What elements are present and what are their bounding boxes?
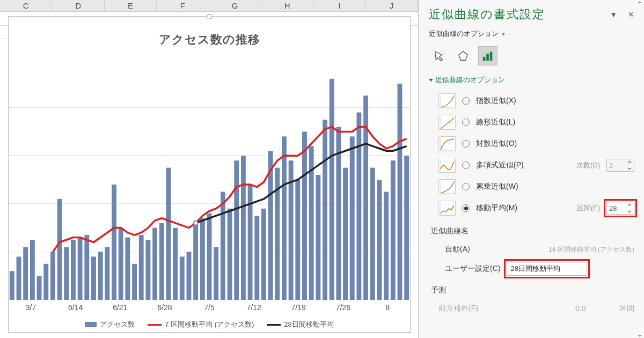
trend-exp-icon	[438, 93, 456, 108]
spinner-icon[interactable]	[627, 203, 633, 213]
svg-rect-19	[112, 185, 116, 300]
panel-close-icon[interactable]: ✕	[628, 10, 634, 19]
trendline-options-tab[interactable]	[478, 46, 497, 65]
panel-dropdown-icon[interactable]: ▼	[610, 10, 617, 19]
col-header[interactable]: G	[209, 0, 261, 11]
panel-title: 近似曲線の書式設定	[429, 6, 545, 23]
col-header[interactable]: H	[261, 0, 313, 11]
forward-unit: 区間	[619, 304, 634, 313]
trendline-option-log[interactable]: 対数近似(O)	[429, 133, 634, 155]
legend-swatch-bar-icon	[85, 322, 97, 327]
radio-poly[interactable]	[462, 161, 470, 169]
svg-rect-4	[10, 271, 14, 300]
legend-red-line[interactable]: 7 区間移動平均 (アクセス数)	[148, 320, 254, 329]
svg-rect-41	[261, 209, 266, 300]
spinner-icon	[627, 160, 633, 170]
trend-pow-icon	[438, 179, 456, 194]
trend-ma-icon	[438, 201, 456, 216]
svg-rect-62	[404, 156, 409, 300]
forecast-header: 予測	[429, 281, 634, 299]
svg-rect-28	[173, 228, 178, 300]
svg-rect-44	[282, 136, 287, 300]
col-header[interactable]: F	[157, 0, 209, 11]
svg-rect-8	[37, 276, 42, 300]
auto-name-preview: 14 区間移動平均 (アクセス数)	[548, 245, 634, 254]
panel-subtitle[interactable]: 近似曲線のオプション ▼	[429, 29, 634, 39]
option-label: 多項式近似(P)	[476, 160, 524, 170]
svg-rect-24	[145, 240, 150, 300]
svg-rect-50	[323, 120, 327, 300]
svg-rect-16	[91, 256, 96, 300]
radio-pow[interactable]	[462, 183, 470, 190]
legend-label: 28日間移動平均	[284, 320, 333, 329]
custom-name-input[interactable]: 28日間移動平均	[507, 262, 587, 276]
forward-label: 前方補外(F)	[438, 304, 478, 313]
x-tick: 3/7	[9, 303, 53, 312]
svg-rect-20	[119, 228, 123, 300]
trendline-option-pow[interactable]: 累乗近似(W)	[429, 176, 634, 197]
trendline-option-lin[interactable]: 線形近似(L)	[429, 112, 634, 133]
svg-rect-6	[23, 247, 28, 300]
svg-rect-30	[187, 252, 192, 300]
panel-category-tabs	[429, 46, 634, 65]
svg-rect-10	[50, 252, 55, 300]
aux-label: 区間(E)	[577, 203, 600, 213]
svg-rect-11	[57, 199, 62, 300]
svg-rect-26	[159, 223, 164, 300]
col-header[interactable]: I	[313, 0, 365, 11]
trendline-name-header: 近似曲線名	[429, 222, 634, 240]
col-header[interactable]: D	[52, 0, 104, 11]
column-headers: C D E F G H I J	[0, 0, 418, 12]
chart-legend[interactable]: アクセス数 7 区間移動平均 (アクセス数) 28日間移動平均	[9, 320, 410, 329]
forward-input[interactable]: 0.0	[575, 304, 613, 313]
trendline-name-custom-row[interactable]: ユーザー設定(C) 28日間移動平均	[429, 259, 634, 279]
plot-area[interactable]	[9, 60, 410, 300]
trendline-options-header[interactable]: 近似曲線のオプション	[429, 75, 634, 85]
legend-label: アクセス数	[100, 320, 135, 329]
custom-name-label: ユーザー設定(C)	[445, 264, 500, 274]
chart-object[interactable]: アクセス数の推移 3/7 6/14 6/21 6/28 7/5 7/12 7/1…	[8, 16, 411, 333]
aux-input-poly: 2	[606, 159, 634, 172]
legend-black-line[interactable]: 28日間移動平均	[267, 320, 333, 329]
svg-rect-38	[241, 156, 246, 300]
svg-rect-51	[330, 79, 334, 300]
col-header[interactable]: C	[0, 0, 52, 11]
forecast-forward-row[interactable]: 前方補外(F) 0.0 区間	[429, 299, 634, 318]
svg-rect-32	[200, 218, 205, 300]
radio-lin[interactable]	[462, 119, 470, 126]
fill-line-tab[interactable]	[429, 46, 448, 65]
chart-title[interactable]: アクセス数の推移	[9, 17, 410, 53]
trendline-option-ma[interactable]: 移動平均(M) 区間(E) 28	[429, 197, 634, 219]
svg-point-63	[194, 221, 198, 225]
radio-log[interactable]	[462, 140, 470, 148]
trend-lin-icon	[438, 115, 456, 130]
aux-input-ma[interactable]: 28	[606, 202, 634, 215]
legend-label: 7 区間移動平均 (アクセス数)	[165, 320, 254, 329]
svg-rect-67	[490, 52, 493, 61]
effects-tab[interactable]	[453, 46, 473, 65]
svg-rect-29	[180, 256, 185, 300]
svg-rect-59	[384, 192, 389, 300]
radio-exp[interactable]	[462, 97, 470, 105]
trendline-name-auto-row[interactable]: 自動(A) 14 区間移動平均 (アクセス数)	[429, 240, 634, 259]
x-axis: 3/7 6/14 6/21 6/28 7/5 7/12 7/19 7/26 8	[9, 303, 410, 312]
x-tick: 6/21	[98, 303, 142, 312]
trendline-option-poly[interactable]: 多項式近似(P) 次数(D) 2	[429, 155, 634, 176]
legend-bar[interactable]: アクセス数	[85, 320, 135, 329]
x-tick: 6/28	[142, 303, 187, 312]
svg-rect-15	[84, 235, 89, 300]
svg-rect-25	[152, 228, 157, 300]
spinner-icon[interactable]	[638, 1, 643, 337]
aux-label: 次数(D)	[576, 160, 600, 170]
x-tick: 7/12	[232, 303, 276, 312]
svg-rect-35	[221, 192, 225, 300]
svg-rect-65	[483, 57, 486, 61]
chart-resize-handle[interactable]	[207, 14, 212, 19]
spreadsheet-area: C D E F G H I J アクセス数の推移 3/7 6/14 6/21 6…	[0, 0, 419, 338]
col-header[interactable]: J	[366, 0, 418, 11]
col-header[interactable]: E	[105, 0, 157, 11]
svg-rect-5	[17, 256, 21, 300]
radio-ma[interactable]	[462, 204, 470, 212]
trendline-option-exp[interactable]: 指数近似(X)	[429, 90, 634, 112]
svg-marker-64	[459, 52, 468, 61]
